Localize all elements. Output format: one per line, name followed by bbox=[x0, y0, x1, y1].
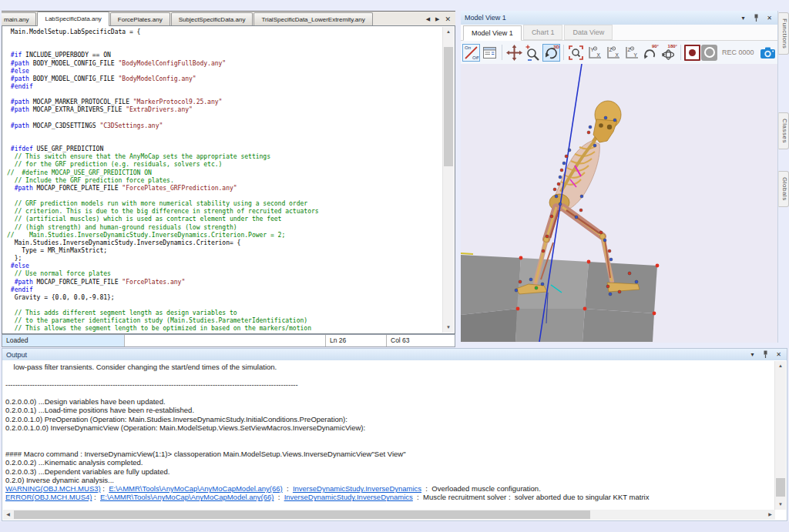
scroll-down-icon[interactable]: ▼ bbox=[775, 500, 786, 510]
output-text: 0.2.0.0.2) ...Kinematic analysis complet… bbox=[5, 458, 143, 467]
side-tab-globals[interactable]: Globals bbox=[778, 171, 789, 207]
output-link[interactable]: ERROR(OBJ.MCH.MUS4) bbox=[5, 493, 92, 501]
code-line: // to the parameter identification study… bbox=[7, 317, 443, 325]
record-button[interactable] bbox=[684, 45, 700, 61]
side-tab-functions[interactable]: Functions bbox=[778, 12, 789, 55]
code-text-area[interactable]: Main.ModelSetup.LabSpecificData = { #if … bbox=[3, 27, 443, 333]
mocap-marker bbox=[579, 209, 583, 212]
output-text: : bbox=[274, 493, 284, 501]
editor-tabs: main.anyLabSpecificData.anyForcePlates.a… bbox=[2, 12, 374, 26]
code-line: #else bbox=[7, 68, 443, 75]
model-view-tab[interactable]: Model View 1 bbox=[463, 25, 522, 41]
editor-status-state: Loaded bbox=[2, 335, 125, 346]
output-line: 0.2.0.0.0) ...Design variables have been… bbox=[5, 397, 775, 406]
output-scrollbar-thumb[interactable] bbox=[776, 478, 785, 497]
side-tab-classes[interactable]: Classes bbox=[778, 112, 789, 149]
pin-icon[interactable] bbox=[752, 14, 760, 22]
editor-scrollbar-thumb[interactable] bbox=[444, 47, 453, 166]
scroll-up-icon[interactable]: ▲ bbox=[775, 361, 786, 371]
model-view-tab[interactable]: Data View bbox=[564, 25, 613, 40]
mocap-marker bbox=[560, 169, 563, 172]
mocap-marker bbox=[608, 249, 611, 253]
view-yx-icon[interactable]: YX bbox=[586, 44, 603, 62]
pin-icon[interactable] bbox=[761, 350, 770, 359]
output-horizontal-scrollbar[interactable]: ◀ ▶ bbox=[3, 510, 775, 520]
output-text: 0.2.0.0.1.0.0) InverseDynamicView (Opera… bbox=[5, 423, 365, 432]
pan-icon[interactable] bbox=[505, 44, 523, 62]
mocap-marker bbox=[568, 149, 571, 152]
code-line: }; bbox=[7, 255, 443, 263]
output-link[interactable]: E:\AMMR\Tools\AnyMoCap\AnyMoCapModel.any… bbox=[100, 493, 274, 501]
output-link[interactable]: WARNING(OBJ.MCH.MUS3) bbox=[5, 484, 101, 493]
rotate-3d-icon[interactable]: 3D bbox=[542, 44, 560, 62]
toolbar-separator bbox=[680, 45, 681, 60]
model-view-tab-bar: Model View 1Chart 1Data View bbox=[461, 25, 777, 41]
output-log[interactable]: low-pass filter transients. Consider cha… bbox=[2, 361, 775, 510]
plate-corner-marker bbox=[656, 264, 660, 268]
output-line: 0.2.0.0.1.0) PreOperation (Operation: Ma… bbox=[5, 415, 775, 423]
code-line bbox=[7, 302, 443, 309]
snapshot-camera-icon[interactable] bbox=[759, 44, 777, 62]
mocap-marker bbox=[609, 258, 613, 261]
output-vertical-scrollbar[interactable]: ▲ ▼ bbox=[774, 361, 786, 510]
window-menu-dropdown-icon[interactable]: ▾ bbox=[748, 350, 757, 359]
record-ring-icon bbox=[704, 47, 715, 58]
editor-tab[interactable]: LabSpecificData.any bbox=[37, 12, 109, 26]
output-line bbox=[5, 389, 775, 397]
tab-close-icon[interactable]: ✕ bbox=[445, 15, 451, 23]
mocap-marker bbox=[604, 116, 607, 119]
code-editor-panel: main.anyLabSpecificData.anyForcePlates.a… bbox=[2, 11, 455, 347]
scroll-right-icon[interactable]: ▶ bbox=[765, 510, 775, 520]
model-tree-properties-icon[interactable] bbox=[481, 44, 499, 62]
code-line: #if INCLUDE_UPPERBODY == ON bbox=[7, 52, 443, 59]
tab-scroll-right-icon[interactable]: ▶ bbox=[435, 16, 439, 22]
editor-tab[interactable]: ForcePlates.any bbox=[110, 12, 170, 26]
editor-tab[interactable]: TrialSpecificData_LowerExtremity.any bbox=[253, 12, 372, 26]
scroll-down-icon[interactable]: ▼ bbox=[443, 323, 454, 333]
close-icon[interactable]: ✕ bbox=[774, 350, 783, 359]
model-3d-viewport[interactable] bbox=[461, 64, 777, 343]
output-text: 0.2.0) Inverse dynamic analysis... bbox=[5, 476, 114, 484]
output-link[interactable]: E:\AMMR\Tools\AnyMoCap\AnyMoCapModel.any… bbox=[109, 484, 282, 493]
model-draw-on-off-toggle[interactable]: On Off bbox=[462, 44, 480, 62]
tab-scroll-left-icon[interactable]: ◀ bbox=[426, 16, 430, 22]
output-text: : bbox=[283, 484, 293, 493]
mocap-marker bbox=[542, 249, 545, 253]
output-link[interactable]: InverseDynamicStudy.InverseDynamics bbox=[293, 484, 421, 493]
editor-vertical-scrollbar[interactable]: ▲ ▼ bbox=[442, 27, 454, 333]
rotate-180-icon[interactable]: 180° bbox=[660, 44, 677, 62]
zoom-region-icon[interactable] bbox=[567, 44, 585, 62]
record-target-button[interactable] bbox=[701, 45, 717, 61]
zoom-icon[interactable] bbox=[524, 44, 542, 62]
code-line: // This allows the segment length to be … bbox=[7, 325, 443, 333]
output-text: 0.2.0.0.3) ...Dependent variables are fu… bbox=[5, 467, 170, 476]
mocap-marker bbox=[541, 283, 544, 286]
output-text: #### Macro command : InverseDynamicView(… bbox=[5, 450, 406, 458]
output-link[interactable]: InverseDynamicStudy.InverseDynamics bbox=[284, 493, 413, 501]
view-zy-icon[interactable]: ZY bbox=[623, 44, 640, 62]
output-line bbox=[5, 371, 775, 380]
editor-tab[interactable]: main.any bbox=[2, 12, 36, 26]
code-line bbox=[7, 91, 443, 99]
view-zx-icon[interactable]: ZX bbox=[604, 44, 622, 62]
scroll-up-icon[interactable]: ▲ bbox=[443, 27, 454, 37]
mocap-marker bbox=[519, 280, 522, 283]
output-text: : Muscle recruitment solver : solver abo… bbox=[413, 493, 650, 501]
code-line: // for the GRF prediction (e.g. residual… bbox=[7, 161, 443, 169]
model-view-tab[interactable]: Chart 1 bbox=[523, 25, 563, 40]
plate-corner-marker bbox=[516, 307, 520, 311]
code-line: #endif bbox=[7, 286, 443, 294]
editor-tab[interactable]: SubjectSpecificData.any bbox=[171, 12, 253, 26]
window-menu-dropdown-icon[interactable]: ▾ bbox=[739, 14, 747, 22]
rotate-90-icon[interactable]: 90° bbox=[641, 44, 659, 62]
force-plate bbox=[583, 309, 654, 342]
plate-corner-marker bbox=[587, 260, 591, 264]
close-icon[interactable]: ✕ bbox=[765, 14, 774, 22]
force-plate bbox=[515, 309, 585, 342]
scroll-left-icon[interactable]: ◀ bbox=[3, 510, 13, 520]
svg-text:X: X bbox=[597, 52, 601, 57]
code-editor[interactable]: Main.ModelSetup.LabSpecificData = { #if … bbox=[2, 25, 455, 334]
output-hscrollbar-thumb[interactable] bbox=[14, 510, 590, 519]
model-view-panel: Model View 1 ▾ ✕ Model View 1Chart 1Data… bbox=[461, 11, 778, 343]
code-line bbox=[7, 44, 443, 52]
